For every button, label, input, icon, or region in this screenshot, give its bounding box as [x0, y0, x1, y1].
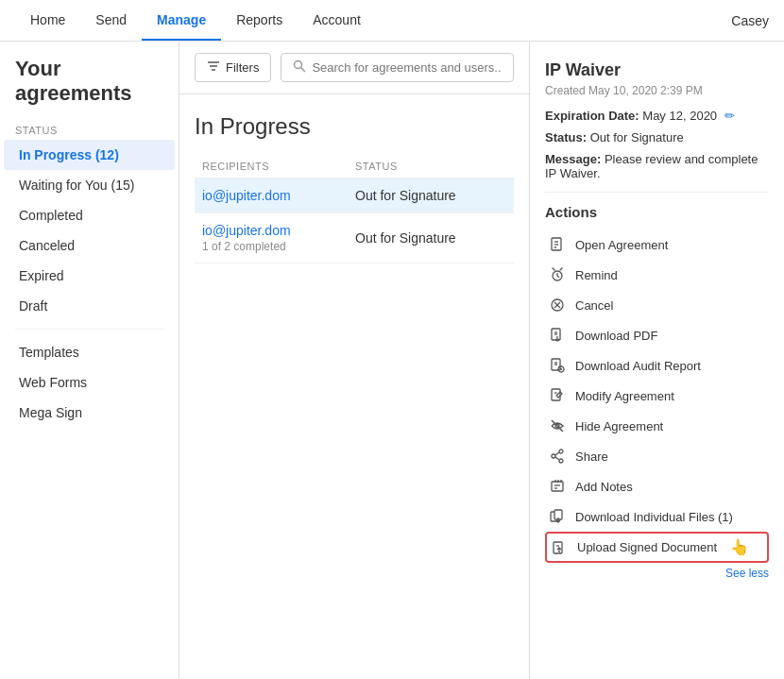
table-row[interactable]: io@jupiter.dom Out for Signature	[195, 178, 514, 213]
document-icon	[549, 236, 566, 253]
row-status: Out for Signature	[355, 230, 506, 246]
action-download-files[interactable]: Download Individual Files (1)	[545, 501, 769, 532]
sidebar-divider	[15, 329, 163, 330]
action-label: Add Notes	[575, 480, 633, 494]
download-pdf-icon	[549, 327, 566, 344]
table-header: RECIPIENTS STATUS	[195, 155, 514, 178]
search-icon	[293, 59, 306, 76]
svg-point-29	[559, 450, 563, 453]
nav-send[interactable]: Send	[80, 1, 142, 41]
sidebar-item-draft[interactable]: Draft	[4, 291, 175, 321]
section-title: In Progress	[195, 113, 514, 140]
nav-manage[interactable]: Manage	[142, 1, 221, 41]
filter-button[interactable]: Filters	[195, 53, 271, 82]
action-label: Upload Signed Document	[577, 540, 717, 554]
status-field: Status: Out for Signature	[545, 130, 769, 144]
svg-line-28	[552, 420, 563, 432]
download-files-icon	[549, 508, 566, 525]
nav-reports[interactable]: Reports	[221, 1, 298, 41]
filter-icon	[207, 59, 220, 76]
action-label: Hide Agreement	[575, 419, 663, 433]
action-label: Share	[575, 450, 608, 464]
action-modify[interactable]: Modify Agreement	[545, 381, 769, 411]
status-section-label: STATUS	[0, 117, 179, 140]
action-share[interactable]: Share	[545, 441, 769, 471]
search-box	[281, 53, 514, 82]
upload-icon	[551, 539, 568, 556]
hide-icon	[549, 417, 566, 434]
action-label: Open Agreement	[575, 238, 668, 252]
content-area: In Progress RECIPIENTS STATUS io@jupiter…	[179, 94, 529, 679]
nav-items: Home Send Manage Reports Account	[15, 1, 731, 40]
expiration-label: Expiration Date:	[545, 109, 639, 123]
row-status: Out for Signature	[355, 188, 506, 203]
sidebar-item-waiting[interactable]: Waiting for You (15)	[4, 170, 175, 200]
action-label: Cancel	[575, 298, 613, 313]
action-upload-signed[interactable]: Upload Signed Document 👆	[545, 532, 769, 563]
search-input[interactable]	[312, 60, 502, 75]
svg-line-4	[301, 68, 306, 73]
filter-label: Filters	[226, 60, 259, 75]
sidebar-item-megasign[interactable]: Mega Sign	[4, 398, 175, 428]
message-field: Message: Please review and complete IP W…	[545, 152, 769, 180]
message-label: Message:	[545, 152, 601, 166]
nav-account[interactable]: Account	[298, 1, 376, 41]
action-label: Download Individual Files (1)	[575, 510, 733, 524]
sidebar-item-canceled[interactable]: Canceled	[4, 230, 175, 261]
status-value: Out for Signature	[590, 130, 684, 144]
action-label: Modify Agreement	[575, 389, 674, 403]
center-content: Filters In Progress RECIPIENTS STATUS	[179, 42, 529, 679]
right-panel: IP Waiver Created May 10, 2020 2:39 PM E…	[529, 42, 784, 679]
svg-rect-34	[552, 482, 563, 491]
cursor-hand-icon: 👆	[730, 538, 749, 556]
clock-icon	[549, 266, 566, 283]
agreement-title: IP Waiver	[545, 60, 769, 80]
row-email: io@jupiter.dom	[202, 188, 355, 203]
filter-bar: Filters	[179, 42, 529, 94]
svg-point-3	[295, 61, 302, 69]
svg-line-11	[557, 276, 559, 278]
sidebar: Your agreements STATUS In Progress (12) …	[0, 42, 179, 679]
svg-line-32	[555, 452, 559, 455]
action-add-notes[interactable]: Add Notes	[545, 471, 769, 501]
row-recipient: io@jupiter.dom	[202, 188, 355, 203]
action-remind[interactable]: Remind	[545, 260, 769, 290]
sidebar-item-templates[interactable]: Templates	[4, 337, 175, 367]
col-header-status: STATUS	[355, 161, 506, 172]
action-label: Download PDF	[575, 329, 657, 343]
share-icon	[549, 448, 566, 465]
action-open-agreement[interactable]: Open Agreement	[545, 229, 769, 260]
action-download-audit[interactable]: Download Audit Report	[545, 350, 769, 381]
main-layout: Your agreements STATUS In Progress (12) …	[0, 42, 784, 679]
sidebar-item-webforms[interactable]: Web Forms	[4, 367, 175, 398]
action-label: Download Audit Report	[575, 359, 701, 373]
action-label: Remind	[575, 268, 618, 282]
action-cancel[interactable]: Cancel	[545, 290, 769, 320]
action-hide[interactable]: Hide Agreement	[545, 411, 769, 441]
svg-rect-40	[554, 542, 562, 553]
edit-icon[interactable]: ✏	[724, 109, 735, 123]
panel-divider	[545, 192, 769, 193]
see-less-link[interactable]: See less	[545, 567, 769, 580]
cancel-circle-icon	[549, 297, 566, 314]
modify-icon	[549, 387, 566, 404]
notes-icon	[549, 478, 566, 495]
sidebar-item-completed[interactable]: Completed	[4, 200, 175, 230]
audit-icon	[549, 357, 566, 374]
actions-title: Actions	[545, 204, 769, 220]
status-label: Status:	[545, 130, 587, 144]
sidebar-title: Your agreements	[0, 57, 179, 117]
svg-line-33	[555, 457, 559, 460]
sidebar-item-in-progress[interactable]: In Progress (12)	[4, 140, 175, 170]
row-sub-text: 1 of 2 completed	[202, 240, 355, 253]
user-name[interactable]: Casey	[731, 13, 769, 28]
expiration-value: May 12, 2020	[642, 109, 717, 123]
svg-point-30	[559, 459, 563, 463]
sidebar-item-expired[interactable]: Expired	[4, 261, 175, 291]
table-row[interactable]: io@jupiter.dom 1 of 2 completed Out for …	[195, 213, 514, 263]
row-email: io@jupiter.dom	[202, 223, 355, 238]
action-download-pdf[interactable]: Download PDF	[545, 320, 769, 350]
nav-home[interactable]: Home	[15, 1, 80, 41]
expiration-field: Expiration Date: May 12, 2020 ✏	[545, 109, 769, 123]
svg-rect-25	[552, 389, 560, 400]
